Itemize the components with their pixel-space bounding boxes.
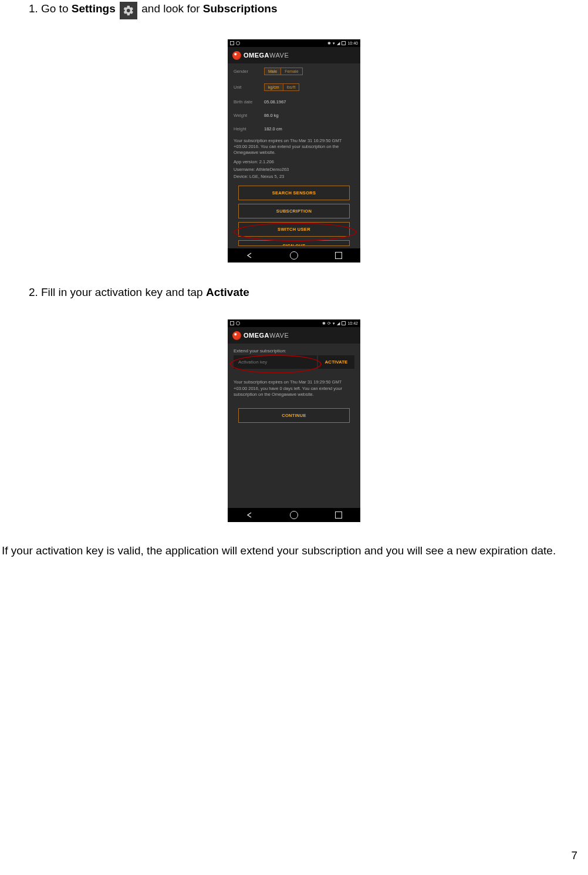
phone-subscription-screen: ✱ ⟳ ▾ ◢ 10:42 OMEGAWAVE Extend your subs… <box>228 319 360 521</box>
step-1-pre: Go to <box>41 2 72 15</box>
home-icon[interactable] <box>290 511 298 519</box>
gender-toggle[interactable]: Male Female <box>264 68 303 75</box>
step-1-bold-subscriptions: Subscriptions <box>203 2 278 15</box>
label-height: Height <box>234 126 264 132</box>
signal-icon: ◢ <box>337 321 340 326</box>
battery-icon <box>342 41 346 45</box>
subscription-expiry-text: Your subscription expires on Thu Mar 31 … <box>228 136 360 158</box>
step-1-mid: and look for <box>141 2 203 15</box>
switch-user-button[interactable]: SWITCH USER <box>238 222 350 237</box>
step-1: Go to Settings and look for Subscription… <box>41 0 588 25</box>
extend-subscription-label: Extend your subscription: <box>228 344 360 354</box>
device-text: Device: LGE, Nexus 5, 23 <box>228 173 360 182</box>
gender-female[interactable]: Female <box>281 68 302 75</box>
status-time: 10:40 <box>347 41 358 45</box>
battery-icon <box>342 321 346 325</box>
status-icon <box>236 41 240 45</box>
activation-key-input[interactable]: Activation key <box>234 355 317 369</box>
unit-metric[interactable]: kg/cm <box>265 84 283 90</box>
status-time: 10:42 <box>347 321 358 325</box>
page-number: 7 <box>571 849 577 862</box>
signal-icon: ◢ <box>337 41 340 46</box>
status-icon <box>230 321 234 325</box>
back-icon[interactable] <box>246 511 253 519</box>
bluetooth-icon: ✱ <box>327 41 331 46</box>
step-2-pre: Fill in your activation key and tap <box>41 286 206 298</box>
app-version-text: App version: 2.1.206 <box>228 158 360 165</box>
value-birthdate: 05.08.1967 <box>264 99 286 105</box>
omegawave-logo-text: OMEGAWAVE <box>244 332 289 339</box>
status-bar: ✱ ⟳ ▾ ◢ 10:42 <box>228 319 360 327</box>
activate-button[interactable]: ACTIVATE <box>318 355 354 369</box>
unit-imperial[interactable]: lbs/ft <box>283 84 299 90</box>
search-sensors-button[interactable]: SEARCH SENSORS <box>238 186 350 200</box>
recents-icon[interactable] <box>335 252 342 259</box>
status-icon <box>230 41 234 45</box>
recents-icon[interactable] <box>335 511 342 519</box>
wifi-icon: ▾ <box>333 321 335 326</box>
home-icon[interactable] <box>290 251 298 260</box>
step-2-bold-activate: Activate <box>206 286 249 298</box>
sync-icon: ⟳ <box>327 321 331 326</box>
subscription-button[interactable]: SUBSCRIPTION <box>238 204 350 218</box>
step-2: Fill in your activation key and tap Acti… <box>41 284 588 306</box>
gender-male[interactable]: Male <box>265 68 281 75</box>
screenshot-1: ✱ ▾ ◢ 10:40 OMEGAWAVE Gender Male Female… <box>0 39 588 262</box>
row-weight[interactable]: Weight 86.0 kg <box>228 109 360 122</box>
omegawave-logo-icon <box>232 51 241 60</box>
status-bar: ✱ ▾ ◢ 10:40 <box>228 39 360 47</box>
activation-row: Activation key ACTIVATE <box>234 355 354 369</box>
phone-settings-screen: ✱ ▾ ◢ 10:40 OMEGAWAVE Gender Male Female… <box>228 39 360 262</box>
step-1-bold-settings: Settings <box>72 2 116 15</box>
sign-out-button[interactable]: SIGN OUT <box>238 240 350 246</box>
status-icon <box>236 321 240 325</box>
gear-icon <box>120 2 137 19</box>
label-birthdate: Birth date <box>234 99 264 105</box>
label-gender: Gender <box>234 69 264 74</box>
row-unit: Unit kg/cm lbs/ft <box>228 79 360 95</box>
omegawave-logo-icon <box>232 331 241 340</box>
bluetooth-icon: ✱ <box>322 321 326 326</box>
back-icon[interactable] <box>246 252 253 259</box>
wifi-icon: ▾ <box>333 41 335 46</box>
closing-paragraph: If your activation key is valid, the app… <box>2 543 588 558</box>
app-header: OMEGAWAVE <box>228 327 360 344</box>
label-weight: Weight <box>234 113 264 118</box>
screenshot-2: ✱ ⟳ ▾ ◢ 10:42 OMEGAWAVE Extend your subs… <box>0 319 588 521</box>
android-nav-bar <box>228 248 360 262</box>
row-height[interactable]: Height 182.0 cm <box>228 122 360 136</box>
row-gender: Gender Male Female <box>228 63 360 79</box>
unit-toggle[interactable]: kg/cm lbs/ft <box>264 83 299 91</box>
app-header: OMEGAWAVE <box>228 47 360 63</box>
username-text: Username: AthleteDemo263 <box>228 166 360 173</box>
omegawave-logo-text: OMEGAWAVE <box>244 52 289 59</box>
value-height: 182.0 cm <box>264 126 282 132</box>
value-weight: 86.0 kg <box>264 113 279 118</box>
row-birthdate[interactable]: Birth date 05.08.1967 <box>228 95 360 109</box>
label-unit: Unit <box>234 85 264 90</box>
android-nav-bar <box>228 508 360 522</box>
subscription-expiry-text-2: Your subscription expires on Thu Mar 31 … <box>228 377 360 399</box>
continue-button[interactable]: CONTINUE <box>238 408 350 423</box>
